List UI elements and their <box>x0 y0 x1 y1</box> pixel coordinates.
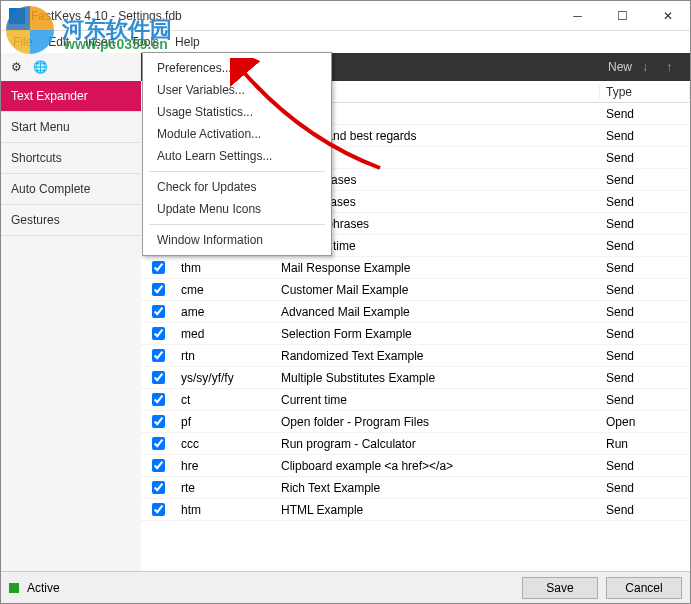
row-checkbox[interactable] <box>141 327 175 340</box>
row-type: Send <box>600 349 690 363</box>
menu-item[interactable]: User Variables... <box>143 79 331 101</box>
gear-icon[interactable]: ⚙ <box>7 58 25 76</box>
globe-icon[interactable]: 🌐 <box>31 58 49 76</box>
close-button[interactable]: ✕ <box>645 1 690 31</box>
row-checkbox[interactable] <box>141 481 175 494</box>
col-type[interactable]: Type <box>600 85 690 99</box>
row-type: Send <box>600 371 690 385</box>
row-abbr: thm <box>175 261 275 275</box>
table-row[interactable]: rtnRandomized Text ExampleSend <box>141 345 690 367</box>
row-type: Send <box>600 481 690 495</box>
row-checkbox[interactable] <box>141 437 175 450</box>
row-desc: Randomized Text Example <box>275 349 600 363</box>
row-abbr: rte <box>175 481 275 495</box>
menu-item[interactable]: Auto Learn Settings... <box>143 145 331 167</box>
menu-item[interactable]: Module Activation... <box>143 123 331 145</box>
row-checkbox[interactable] <box>141 459 175 472</box>
window-title: FastKeys 4.10 - Settings.fdb <box>31 9 555 23</box>
row-type: Send <box>600 129 690 143</box>
save-button[interactable]: Save <box>522 577 598 599</box>
menu-file[interactable]: File <box>5 33 40 51</box>
maximize-button[interactable]: ☐ <box>600 1 645 31</box>
row-abbr: ct <box>175 393 275 407</box>
row-desc: Multiple Substitutes Example <box>275 371 600 385</box>
row-checkbox[interactable] <box>141 283 175 296</box>
cancel-button[interactable]: Cancel <box>606 577 682 599</box>
row-desc: Advanced Mail Example <box>275 305 600 319</box>
table-row[interactable]: medSelection Form ExampleSend <box>141 323 690 345</box>
row-abbr: ccc <box>175 437 275 451</box>
menu-insert[interactable]: Insert <box>77 33 123 51</box>
tools-dropdown: Preferences...User Variables...Usage Sta… <box>142 52 332 256</box>
statusbar: Active Save Cancel <box>1 571 690 603</box>
row-abbr: cme <box>175 283 275 297</box>
row-desc: Run program - Calculator <box>275 437 600 451</box>
row-type: Send <box>600 327 690 341</box>
sidebar-item-shortcuts[interactable]: Shortcuts <box>1 143 141 174</box>
row-type: Send <box>600 283 690 297</box>
row-type: Send <box>600 151 690 165</box>
table-row[interactable]: hreClipboard example <a href></a>Send <box>141 455 690 477</box>
toolbar-left: ⚙ 🌐 <box>1 53 141 81</box>
row-checkbox[interactable] <box>141 393 175 406</box>
row-type: Send <box>600 173 690 187</box>
menu-tools[interactable]: Tools <box>123 33 167 51</box>
row-checkbox[interactable] <box>141 261 175 274</box>
row-abbr: pf <box>175 415 275 429</box>
table-row[interactable]: ameAdvanced Mail ExampleSend <box>141 301 690 323</box>
row-desc: Rich Text Example <box>275 481 600 495</box>
row-desc: HTML Example <box>275 503 600 517</box>
status-indicator-icon <box>9 583 19 593</box>
menu-edit[interactable]: Edit <box>40 33 77 51</box>
table-row[interactable]: thmMail Response ExampleSend <box>141 257 690 279</box>
row-type: Send <box>600 503 690 517</box>
sidebar-item-gestures[interactable]: Gestures <box>1 205 141 236</box>
titlebar: FastKeys 4.10 - Settings.fdb ─ ☐ ✕ <box>1 1 690 31</box>
sidebar-item-text-expander[interactable]: Text Expander <box>1 81 141 112</box>
sidebar-item-auto-complete[interactable]: Auto Complete <box>1 174 141 205</box>
row-abbr: ys/sy/yf/fy <box>175 371 275 385</box>
menu-help[interactable]: Help <box>167 33 208 51</box>
row-desc: Customer Mail Example <box>275 283 600 297</box>
menu-item[interactable]: Check for Updates <box>143 176 331 198</box>
row-abbr: htm <box>175 503 275 517</box>
row-type: Send <box>600 239 690 253</box>
app-icon <box>9 8 25 24</box>
row-type: Send <box>600 261 690 275</box>
row-type: Send <box>600 217 690 231</box>
table-row[interactable]: htmHTML ExampleSend <box>141 499 690 521</box>
table-row[interactable]: pfOpen folder - Program FilesOpen <box>141 411 690 433</box>
row-type: Run <box>600 437 690 451</box>
row-checkbox[interactable] <box>141 415 175 428</box>
row-desc: Current time <box>275 393 600 407</box>
row-checkbox[interactable] <box>141 305 175 318</box>
table-row[interactable]: cccRun program - CalculatorRun <box>141 433 690 455</box>
row-checkbox[interactable] <box>141 371 175 384</box>
menu-item[interactable]: Preferences... <box>143 57 331 79</box>
row-type: Send <box>600 459 690 473</box>
menu-item[interactable]: Usage Statistics... <box>143 101 331 123</box>
menu-item[interactable]: Update Menu Icons <box>143 198 331 220</box>
table-row[interactable]: ctCurrent timeSend <box>141 389 690 411</box>
row-abbr: rtn <box>175 349 275 363</box>
arrow-up-icon[interactable]: ↑ <box>666 60 680 74</box>
menu-item[interactable]: Window Information <box>143 229 331 251</box>
table-row[interactable]: cmeCustomer Mail ExampleSend <box>141 279 690 301</box>
menu-separator <box>149 224 325 225</box>
sidebar-item-start-menu[interactable]: Start Menu <box>1 112 141 143</box>
menubar: File Edit Insert Tools Help <box>1 31 690 53</box>
row-checkbox[interactable] <box>141 349 175 362</box>
row-type: Send <box>600 393 690 407</box>
arrow-down-icon[interactable]: ↓ <box>642 60 656 74</box>
status-text: Active <box>27 581 60 595</box>
table-row[interactable]: rteRich Text ExampleSend <box>141 477 690 499</box>
menu-separator <box>149 171 325 172</box>
row-desc: Open folder - Program Files <box>275 415 600 429</box>
minimize-button[interactable]: ─ <box>555 1 600 31</box>
row-desc: Selection Form Example <box>275 327 600 341</box>
row-abbr: med <box>175 327 275 341</box>
new-button[interactable]: New <box>608 60 632 74</box>
row-abbr: hre <box>175 459 275 473</box>
row-checkbox[interactable] <box>141 503 175 516</box>
table-row[interactable]: ys/sy/yf/fyMultiple Substitutes ExampleS… <box>141 367 690 389</box>
